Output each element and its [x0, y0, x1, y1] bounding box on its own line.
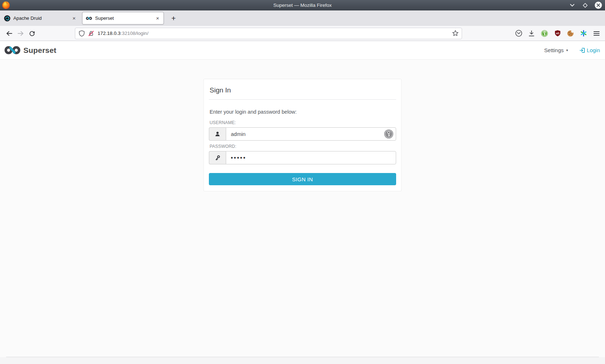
username-input[interactable]: [226, 127, 396, 141]
sign-in-card: Sign In Enter your login and password be…: [203, 79, 402, 191]
superset-favicon-icon: [86, 15, 92, 22]
minimize-button[interactable]: [568, 1, 576, 9]
cookie-extension-icon[interactable]: [565, 28, 576, 39]
page-content: Sign In Enter your login and password be…: [0, 60, 605, 364]
tracking-protection-shield-icon[interactable]: [79, 30, 85, 37]
password-label: PASSWORD:: [210, 144, 395, 149]
back-button[interactable]: [3, 28, 15, 39]
brand-text: Superset: [23, 46, 56, 55]
menu-hamburger-button[interactable]: [591, 28, 602, 39]
user-icon: [215, 131, 220, 137]
tab-superset[interactable]: Superset ×: [82, 12, 164, 24]
keepassxc-extension-icon[interactable]: [539, 28, 550, 39]
tab-label: Superset: [95, 15, 155, 21]
keepassxc-field-icon[interactable]: [384, 129, 394, 139]
sign-in-icon: [579, 47, 585, 53]
password-addon: [209, 151, 226, 164]
druid-favicon-icon: [4, 15, 10, 22]
bookmark-star-icon[interactable]: [452, 30, 459, 37]
window-titlebar: Superset — Mozilla Firefox: [0, 0, 605, 10]
navbar-right: Settings ▾ Login: [544, 47, 600, 53]
url-bar[interactable]: 172.18.0.3:32108/login/: [75, 28, 462, 39]
superset-navbar: Superset Settings ▾ Login: [0, 41, 605, 60]
footer-strip: [0, 357, 605, 364]
username-input-group: [209, 127, 396, 141]
svg-text:uO: uO: [556, 32, 559, 35]
maximize-button[interactable]: [581, 1, 589, 9]
username-addon: [209, 127, 226, 141]
new-tab-button[interactable]: +: [168, 13, 179, 24]
url-path: :32108/login/: [121, 31, 148, 36]
settings-label: Settings: [544, 47, 564, 53]
close-button[interactable]: [594, 1, 602, 9]
password-input-group: [209, 151, 396, 164]
login-label: Login: [587, 47, 600, 53]
firefox-icon: [2, 1, 10, 9]
tab-close-icon[interactable]: ×: [155, 15, 160, 21]
tab-label: Apache Druid: [13, 15, 71, 21]
chevron-down-icon: ▾: [566, 48, 568, 52]
sign-in-title: Sign In: [209, 84, 396, 100]
superset-logo[interactable]: Superset: [4, 45, 56, 55]
reload-button[interactable]: [26, 28, 38, 39]
username-label: USERNAME:: [210, 120, 395, 125]
settings-menu[interactable]: Settings ▾: [544, 47, 568, 53]
colorful-asterisk-extension-icon[interactable]: [578, 28, 589, 39]
password-input[interactable]: [226, 151, 396, 164]
sign-in-instruction: Enter your login and password below:: [210, 109, 395, 115]
insecure-lock-icon[interactable]: [88, 30, 94, 37]
sign-in-button[interactable]: SIGN IN: [209, 173, 396, 185]
window-title: Superset — Mozilla Firefox: [0, 3, 605, 8]
key-icon: [214, 155, 221, 161]
window-controls: [568, 0, 602, 10]
pocket-button[interactable]: [513, 28, 524, 39]
superset-infinity-icon: [4, 45, 21, 55]
tab-bar: Apache Druid × Superset × +: [0, 10, 605, 26]
sign-in-form: Enter your login and password below: USE…: [209, 100, 396, 185]
ublock-extension-icon[interactable]: uO: [552, 28, 563, 39]
url-text: 172.18.0.3:32108/login/: [98, 31, 148, 36]
login-link[interactable]: Login: [579, 47, 600, 53]
tab-apache-druid[interactable]: Apache Druid ×: [1, 12, 80, 24]
tab-close-icon[interactable]: ×: [71, 15, 77, 21]
browser-toolbar: 172.18.0.3:32108/login/ uO: [0, 26, 605, 41]
url-host: 172.18.0.3: [98, 31, 121, 36]
forward-button[interactable]: [15, 28, 26, 39]
downloads-button[interactable]: [526, 28, 537, 39]
